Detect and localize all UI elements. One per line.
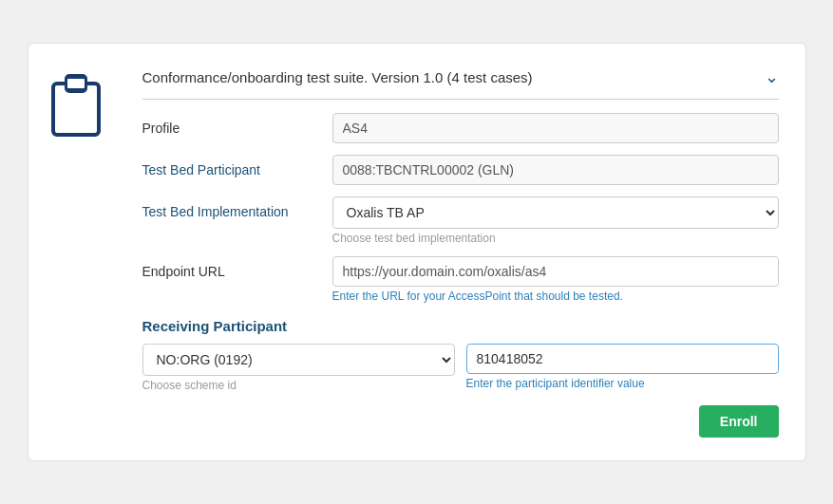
suite-header: Conformance/onboarding test suite. Versi… — [142, 66, 779, 100]
implementation-hint: Choose test bed implementation — [332, 232, 779, 245]
implementation-label: Test Bed Implementation — [142, 196, 332, 219]
receiving-section-label: Receiving Participant — [142, 318, 779, 334]
enroll-row: Enroll — [142, 405, 779, 438]
participant-label: Test Bed Participant — [142, 162, 332, 177]
scheme-hint: Choose scheme id — [142, 379, 455, 392]
profile-label: Profile — [142, 121, 332, 136]
implementation-select[interactable]: Oxalis TB AP — [332, 196, 779, 229]
receiving-section: Receiving Participant NO:ORG (0192)OTHER… — [142, 314, 779, 392]
content-area: Conformance/onboarding test suite. Versi… — [142, 66, 779, 438]
endpoint-input[interactable] — [332, 256, 779, 287]
scheme-select[interactable]: NO:ORG (0192)OTHER — [142, 344, 455, 376]
identifier-input[interactable] — [466, 344, 779, 374]
icon-area — [47, 66, 123, 438]
enroll-button[interactable]: Enroll — [699, 405, 779, 438]
identifier-hint: Enter the participant identifier value — [466, 377, 779, 390]
implementation-row: Test Bed Implementation Oxalis TB AP Cho… — [142, 196, 779, 245]
chevron-down-icon[interactable]: ⌄ — [765, 66, 779, 87]
suite-title: Conformance/onboarding test suite. Versi… — [142, 69, 533, 85]
endpoint-row: Endpoint URL Enter the URL for your Acce… — [142, 256, 779, 303]
receiving-row: NO:ORG (0192)OTHER Choose scheme id Ente… — [142, 344, 779, 392]
endpoint-field-group: Enter the URL for your AccessPoint that … — [332, 256, 779, 303]
participant-input[interactable] — [332, 155, 779, 185]
identifier-col: Enter the participant identifier value — [466, 344, 779, 390]
endpoint-label: Endpoint URL — [142, 256, 332, 279]
implementation-field-group: Oxalis TB AP Choose test bed implementat… — [332, 196, 779, 245]
profile-input[interactable] — [332, 113, 779, 143]
participant-row: Test Bed Participant — [142, 155, 779, 185]
scheme-col: NO:ORG (0192)OTHER Choose scheme id — [142, 344, 455, 392]
endpoint-hint: Enter the URL for your AccessPoint that … — [332, 289, 779, 303]
clipboard-icon — [47, 70, 104, 139]
svg-rect-2 — [66, 78, 85, 89]
main-card: Conformance/onboarding test suite. Versi… — [28, 43, 806, 461]
profile-row: Profile — [142, 113, 779, 143]
